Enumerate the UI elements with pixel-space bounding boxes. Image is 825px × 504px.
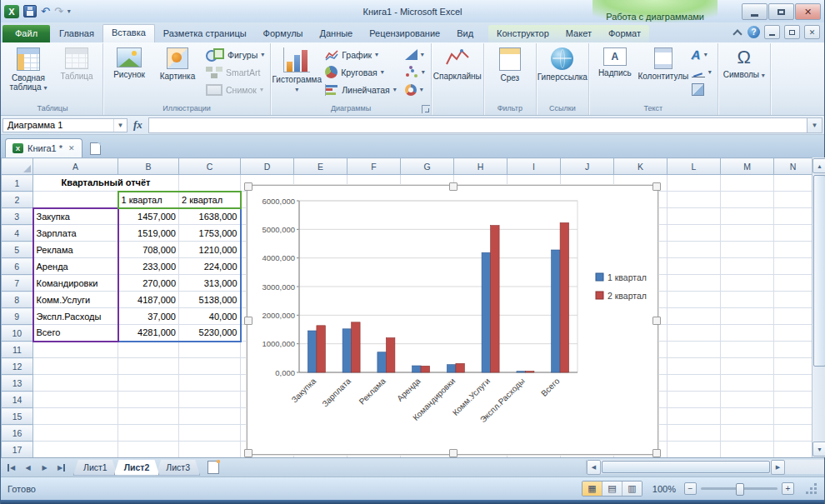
cell-C6[interactable]: 224,000 [179,258,241,275]
tab-chart-design[interactable]: Конструктор [488,25,558,42]
cell-C4[interactable]: 1753,000 [179,225,241,242]
chart-resize-handle[interactable] [652,317,661,325]
column-header-K[interactable]: K [614,158,668,175]
signature-line-button[interactable]: ▾ [688,63,716,81]
cell-M8[interactable] [721,292,774,308]
zoom-in-icon[interactable]: + [782,482,794,495]
cell-L14[interactable] [668,392,721,408]
embedded-chart[interactable]: 0,0001000,0002000,0003000,0004000,000500… [247,185,658,455]
cell-C17[interactable] [179,442,241,458]
first-sheet-button[interactable]: ◀ [3,460,19,475]
cell-N4[interactable] [774,225,812,242]
column-header-D[interactable]: D [241,158,294,175]
cell-A3[interactable]: Закупка [33,208,118,225]
cell-N2[interactable] [774,192,812,208]
chart-resize-handle[interactable] [652,182,661,191]
cell-M7[interactable] [721,275,774,292]
row-header-9[interactable]: 9 [2,308,33,325]
row-header-1[interactable]: 1 [2,175,33,192]
row-header-14[interactable]: 14 [2,392,33,408]
tab-data[interactable]: Данные [311,25,361,42]
zoom-thumb[interactable] [736,483,744,496]
next-sheet-button[interactable]: ▶ [37,460,52,475]
cell-N8[interactable] [774,292,812,308]
cell-B14[interactable] [118,392,179,408]
row-header-16[interactable]: 16 [2,425,33,442]
chart-resize-handle[interactable] [244,182,252,191]
chart-bar[interactable] [482,252,491,372]
cell-B11[interactable] [118,342,179,358]
cell-C12[interactable] [179,358,241,375]
vertical-scrollbar[interactable]: ▲ ▼ [812,157,825,457]
scroll-left-icon[interactable]: ◀ [587,460,601,475]
cell-M17[interactable] [721,442,774,458]
tab-chart-format[interactable]: Формат [600,25,649,42]
cell-L2[interactable] [668,192,721,208]
smartart-button[interactable]: SmartArt [202,63,268,81]
new-workbook-tab-button[interactable] [86,139,106,157]
chart-bar[interactable] [412,366,422,372]
cell-A10[interactable]: Всего [33,325,118,342]
row-header-15[interactable]: 15 [2,408,33,425]
row-header-2[interactable]: 2 [2,192,33,208]
column-chart-button[interactable]: Гистограмма▾ [272,44,321,94]
cell-M1[interactable] [721,175,774,192]
chart-resize-handle[interactable] [652,449,661,457]
cell-B15[interactable] [118,408,179,425]
vertical-scroll-thumb[interactable] [813,175,825,367]
close-button[interactable]: ✕ [795,3,821,20]
zoom-out-icon[interactable]: − [684,482,697,495]
cell-C8[interactable]: 5138,000 [179,292,241,308]
row-header-3[interactable]: 3 [2,208,33,225]
row-header-13[interactable]: 13 [2,375,33,392]
cell-A15[interactable] [33,408,118,425]
cell-B8[interactable]: 4187,000 [118,292,179,308]
cell-L12[interactable] [668,358,721,375]
horizontal-scrollbar[interactable]: ◀ ▶ [586,460,824,474]
cell-B7[interactable]: 270,000 [118,275,179,292]
sparklines-button[interactable]: Спарклайны [433,44,482,81]
cell-L16[interactable] [668,425,721,442]
column-header-J[interactable]: J [561,158,614,175]
column-header-G[interactable]: G [401,158,454,175]
cell-A16[interactable] [33,425,118,442]
undo-icon[interactable]: ↶ [41,6,50,17]
row-header-7[interactable]: 7 [2,275,33,292]
cell-N15[interactable] [774,408,812,425]
excel-app-icon[interactable]: X [4,5,19,18]
pie-chart-button[interactable]: Круговая ▾ [321,63,401,81]
cell-A12[interactable] [33,358,118,375]
tab-formulas[interactable]: Формулы [255,25,312,42]
row-header-10[interactable]: 10 [2,325,33,342]
cell-A5[interactable]: Реклама [33,242,118,258]
cell-A1[interactable]: Квартальный отчёт [33,175,179,192]
column-header-M[interactable]: M [721,158,774,175]
cell-M3[interactable] [721,208,774,225]
bar-chart-button[interactable]: Линейчатая ▾ [321,81,401,98]
cell-M11[interactable] [721,342,774,358]
column-header-F[interactable]: F [348,158,401,175]
workbook-minimize-button[interactable] [764,25,780,39]
cell-B4[interactable]: 1519,000 [118,225,179,242]
cell-L7[interactable] [668,275,721,292]
text-box-button[interactable]: A Надпись [591,44,639,77]
chart-bar[interactable] [552,250,561,372]
tab-file[interactable]: Файл [2,25,50,42]
insert-worksheet-button[interactable] [203,460,223,475]
row-header-8[interactable]: 8 [2,292,33,308]
tab-page-layout[interactable]: Разметка страницы [155,25,255,42]
cell-M16[interactable] [721,425,774,442]
column-header-L[interactable]: L [668,158,721,175]
cell-A2[interactable] [33,192,118,208]
cell-L6[interactable] [668,258,721,275]
cell-N12[interactable] [774,358,812,375]
cell-B16[interactable] [118,425,179,442]
cell-L10[interactable] [668,325,721,342]
cell-M9[interactable] [721,308,774,325]
formula-input[interactable] [148,117,807,133]
page-layout-view-icon[interactable]: ▤ [602,482,622,496]
minimize-button[interactable] [742,3,768,20]
row-header-5[interactable]: 5 [2,242,33,258]
chart-bar[interactable] [352,322,361,372]
legend-item[interactable]: 2 квартал [608,291,647,301]
